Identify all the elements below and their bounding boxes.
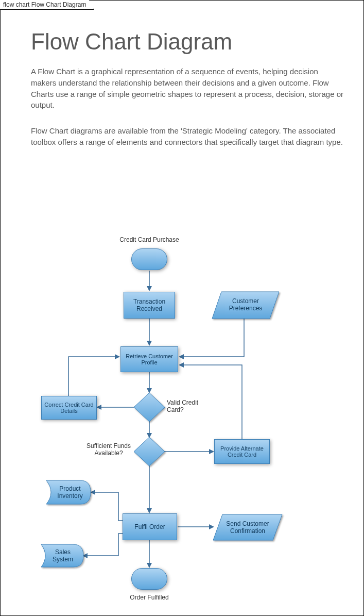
label-sufficient-funds: Sufficient Funds Available?: [83, 442, 134, 457]
start-label: Credit Card Purchase: [113, 236, 185, 243]
connectors: [0, 0, 364, 616]
decision-sufficient-funds: [134, 437, 165, 466]
svg-marker-13: [147, 563, 152, 568]
svg-marker-0: [147, 286, 152, 291]
flowchart: Credit Card Purchase Transaction Receive…: [0, 0, 364, 616]
node-product-inventory: Product Inventory: [46, 480, 91, 504]
svg-marker-4: [96, 405, 101, 410]
svg-marker-1: [147, 341, 152, 346]
svg-text:System: System: [53, 556, 73, 563]
svg-marker-2: [179, 354, 184, 359]
svg-text:Sales: Sales: [55, 548, 71, 556]
end-terminator: [131, 568, 167, 590]
node-correct-details: Correct Credit Card Details: [41, 396, 97, 420]
node-transaction-received: Transaction Received: [124, 292, 175, 319]
svg-marker-9: [147, 508, 152, 513]
node-customer-preferences: Customer Preferences: [212, 292, 279, 319]
svg-marker-7: [209, 449, 214, 454]
decision-valid-card: [134, 393, 165, 422]
node-send-confirmation: Send Customer Confirmation: [213, 514, 282, 540]
svg-text:Inventory: Inventory: [57, 492, 82, 500]
node-fulfil-order: Fulfil Order: [123, 513, 177, 540]
svg-marker-8: [179, 362, 184, 368]
end-label: Order Fulfilled: [118, 594, 180, 601]
svg-marker-17: [134, 393, 165, 422]
svg-marker-18: [134, 437, 165, 466]
node-provide-alternate: Provide Alternate Credit Card: [214, 439, 270, 464]
start-terminator: [131, 248, 167, 270]
label-valid-card: Valid Credit Card?: [167, 399, 208, 413]
node-retrieve-profile: Retrieve Customer Profile: [120, 346, 178, 372]
svg-marker-5: [115, 354, 120, 359]
svg-text:Customer: Customer: [232, 297, 259, 305]
svg-text:Product: Product: [59, 485, 81, 492]
svg-text:Preferences: Preferences: [229, 305, 263, 312]
svg-text:Confirmation: Confirmation: [230, 527, 265, 535]
svg-text:Send Customer: Send Customer: [226, 520, 269, 527]
node-sales-system: Sales System: [41, 544, 83, 567]
